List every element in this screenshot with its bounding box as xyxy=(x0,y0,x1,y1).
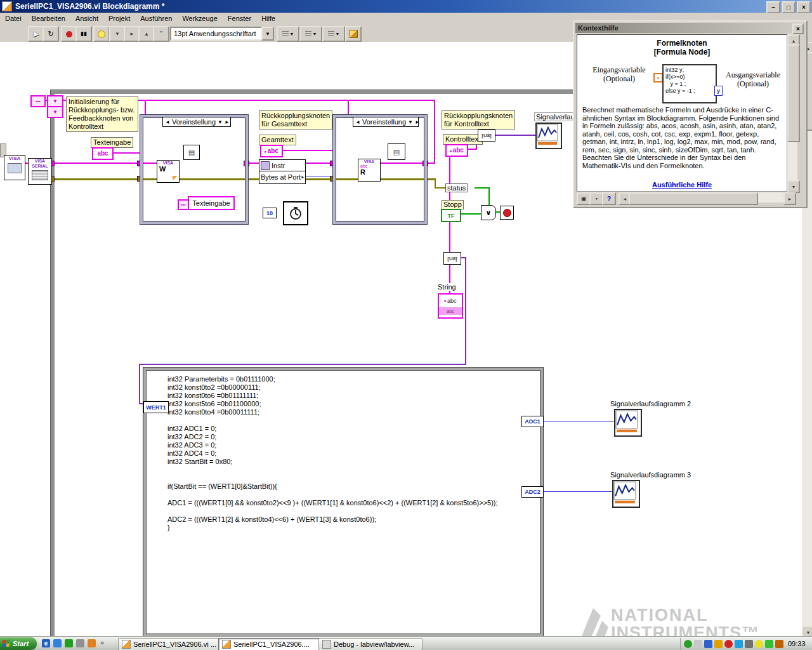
visa-read-node[interactable]: VISA abc R xyxy=(358,159,381,182)
taskbar-task-3[interactable]: Debug - labview/labview... xyxy=(318,638,422,650)
tray-icon[interactable] xyxy=(735,640,743,648)
wait-ms-node[interactable] xyxy=(283,201,308,225)
string-control-texteingabe[interactable]: abc xyxy=(92,147,114,160)
taskbar-task-2[interactable]: SeriellPC1_VISA2906.... xyxy=(218,638,322,650)
case1-selector[interactable]: ◄ Voreinstellung ▼ ► xyxy=(162,117,231,127)
string-indicator-terminal[interactable]: ▸abc abc xyxy=(438,293,463,319)
menu-datei[interactable]: Datei xyxy=(0,13,27,24)
menu-projekt[interactable]: Projekt xyxy=(103,13,135,24)
close-icon[interactable]: × xyxy=(792,23,804,34)
case-next-icon[interactable]: ► xyxy=(225,119,230,125)
boolean-terminal-stopp[interactable]: TF xyxy=(441,209,461,222)
label-chart2[interactable]: Signalverlaufsdiagramm 2 xyxy=(610,400,691,408)
help-horizontal-scrollbar[interactable]: ◄ ► xyxy=(619,192,794,202)
formula-output-adc1[interactable]: ADC1 xyxy=(521,416,544,427)
formula-node[interactable]: int32 Parameterbits = 0b01111000; int32 … xyxy=(143,367,544,637)
detailed-help-button[interactable]: ? xyxy=(602,192,616,205)
comment-kontrolltext[interactable]: Rückkopplungsknoten für Kontrolltext xyxy=(442,110,515,129)
label-stopp[interactable]: Stopp xyxy=(442,200,464,209)
scroll-right-button[interactable]: ► xyxy=(783,192,796,205)
or-function[interactable]: ∨ xyxy=(481,205,496,220)
concatenate-strings-node[interactable]: ▤ xyxy=(183,145,200,160)
tray-icon[interactable] xyxy=(724,640,733,648)
label-string[interactable]: String xyxy=(436,283,457,291)
quicklaunch-more[interactable]: » xyxy=(100,639,104,646)
label-status[interactable]: status xyxy=(445,183,468,192)
taskbar-clock[interactable]: 09:33 xyxy=(788,640,806,647)
menu-werkzeuge[interactable]: Werkzeuge xyxy=(177,13,222,24)
case-prev-icon[interactable]: ◄ xyxy=(165,119,170,125)
help-scroll-thumb[interactable] xyxy=(787,44,800,142)
scroll-down-button[interactable]: ▼ xyxy=(787,180,800,193)
string-to-byte-array-node[interactable]: [U8] xyxy=(443,252,461,265)
detailed-help-link[interactable]: Ausführliche Hilfe xyxy=(577,181,787,189)
loop-condition-terminal[interactable] xyxy=(500,206,514,220)
align-objects-button[interactable]: ▼ xyxy=(277,26,299,42)
tray-icon[interactable] xyxy=(765,640,773,648)
case-dropdown-icon[interactable]: ▼ xyxy=(218,119,223,125)
visa-serial-config[interactable]: VISASERIAL xyxy=(28,158,52,185)
formula-input-wert1[interactable]: WERT1 xyxy=(143,401,169,413)
font-selector-arrow[interactable]: ▼ xyxy=(261,27,274,41)
menu-ausfuehren[interactable]: Ausführen xyxy=(135,13,177,24)
feedback-node[interactable]: ▼ xyxy=(47,106,63,118)
taskbar-task-1[interactable]: SeriellPC1_VISA2906.vi ... xyxy=(118,638,222,650)
tray-icon[interactable] xyxy=(755,640,763,648)
text-settings-button[interactable]: ” xyxy=(153,26,169,42)
waveform-chart-terminal-2[interactable] xyxy=(614,409,642,437)
minimize-button[interactable]: – xyxy=(766,1,780,13)
lock-help-button[interactable]: ▪ xyxy=(589,192,603,205)
label-texteingabe-inner[interactable]: Texteingabe xyxy=(188,196,235,210)
start-button[interactable]: Start xyxy=(0,637,37,650)
tray-icon[interactable] xyxy=(684,640,692,648)
string-indicator-kontrolltext[interactable]: ▸abc xyxy=(445,144,468,157)
help-vertical-scrollbar[interactable]: ▲ ▼ xyxy=(787,34,797,190)
tray-icon[interactable] xyxy=(694,640,702,648)
comment-init[interactable]: Initialisierung für Rückkopplungs- bzw. … xyxy=(66,96,138,132)
label-texteingabe[interactable]: Texteingabe xyxy=(91,137,133,148)
label-chart3[interactable]: Signalverlaufsdiagramm 3 xyxy=(610,471,691,479)
string-to-byte-array-node[interactable]: [U8] xyxy=(478,129,495,142)
comment-gesamttext[interactable]: Rückkopplungsknoten für Gesamttext xyxy=(259,110,332,129)
visa-write-node[interactable]: VISA W xyxy=(157,160,180,183)
quicklaunch-icon[interactable] xyxy=(88,639,96,647)
pause-button[interactable]: ▮▮ xyxy=(75,26,92,42)
highlight-execution-button[interactable] xyxy=(93,26,110,42)
quicklaunch-icon[interactable] xyxy=(65,639,73,647)
quicklaunch-icon[interactable] xyxy=(76,639,84,647)
run-continuous-button[interactable]: ↻ xyxy=(43,26,59,42)
case-prev-icon[interactable]: ◄ xyxy=(355,119,360,125)
string-indicator-geamttext[interactable]: ▸abc xyxy=(260,145,283,157)
label-geamttext[interactable]: Geamttext xyxy=(259,135,296,145)
case2-selector[interactable]: ◄ Voreinstellung ▼ ► xyxy=(353,117,419,127)
waveform-chart-terminal-3[interactable] xyxy=(612,480,640,508)
tray-icon[interactable] xyxy=(775,640,783,648)
formula-output-adc2[interactable]: ADC2 xyxy=(521,486,544,498)
menu-ansicht[interactable]: Ansicht xyxy=(70,13,103,24)
label-signalverlauf1[interactable]: Signalverlau xyxy=(534,112,577,121)
context-help-titlebar[interactable]: Kontexthilfe × xyxy=(575,23,805,33)
tray-icon[interactable] xyxy=(745,640,753,648)
tray-icon[interactable] xyxy=(704,640,712,648)
case-next-icon[interactable]: ► xyxy=(415,119,420,125)
tray-icon[interactable] xyxy=(714,640,723,648)
menu-fenster[interactable]: Fenster xyxy=(223,13,256,24)
waveform-chart-terminal-1[interactable] xyxy=(535,123,562,149)
distribute-objects-button[interactable]: ▼ xyxy=(299,26,322,42)
menu-bearbeiten[interactable]: Bearbeiten xyxy=(27,13,70,24)
feedback-init-node[interactable]: ▪▪▪ xyxy=(30,95,46,107)
resize-objects-button[interactable]: ▼ xyxy=(322,26,345,42)
property-node-bytes-at-port[interactable]: Instr Bytes at Port ▸ xyxy=(259,159,306,184)
quicklaunch-ie-icon[interactable]: e xyxy=(42,639,50,647)
maximize-button[interactable]: □ xyxy=(782,1,796,13)
case-dropdown-icon[interactable]: ▼ xyxy=(408,119,413,125)
concatenate-strings-node[interactable]: ▤ xyxy=(388,143,405,160)
cleanup-diagram-button[interactable] xyxy=(345,26,362,42)
quicklaunch-icon[interactable] xyxy=(53,639,62,647)
font-selector[interactable]: 13pt Anwendungsschriftart xyxy=(170,27,265,41)
pin-help-button[interactable]: ▣ xyxy=(577,192,591,205)
help-hscroll-thumb[interactable] xyxy=(629,192,758,205)
wait-ms-constant[interactable]: 10 xyxy=(263,208,277,218)
visa-resource-constant[interactable]: VISA xyxy=(4,155,25,180)
menu-hilfe[interactable]: Hilfe xyxy=(256,13,280,24)
